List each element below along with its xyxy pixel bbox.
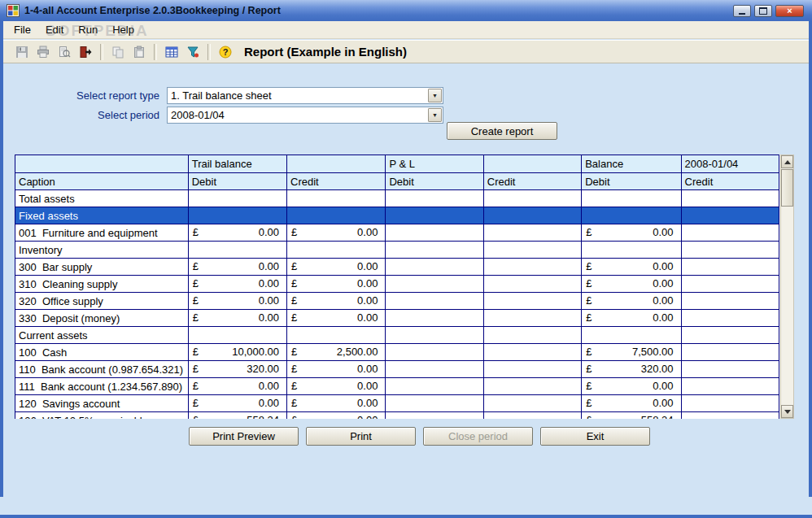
print-icon: [33, 41, 54, 63]
amount-cell: [483, 242, 581, 259]
amount-cell: [386, 310, 483, 327]
amount-cell: £0.00: [582, 276, 681, 293]
column-header: Credit: [681, 173, 779, 190]
chevron-down-icon[interactable]: ▼: [428, 89, 442, 102]
amount-cell: £7,500.00: [582, 344, 681, 361]
amount-cell: £0.00: [188, 276, 286, 293]
table-row[interactable]: 001 Furniture and equipment£0.00£0.00£0.…: [15, 224, 779, 242]
window-border-left: [0, 0, 3, 497]
column-header: Credit: [287, 173, 386, 190]
period-value: 2008-01/04: [168, 109, 225, 121]
amount-cell: [386, 293, 483, 310]
amount-cell: £0.00: [582, 395, 681, 412]
group-header: 2008-01/04: [681, 155, 779, 173]
table-row[interactable]: Fixed assets: [15, 207, 779, 224]
scrollbar-thumb[interactable]: [781, 169, 793, 207]
amount-cell: £0.00: [582, 293, 681, 310]
table-row[interactable]: 120 Savings account£0.00£0.00£0.00: [15, 395, 779, 412]
row-caption: Inventory: [15, 242, 189, 259]
amount-cell: [483, 395, 581, 412]
menu-help[interactable]: Help: [105, 21, 142, 38]
amount-cell: [386, 207, 483, 224]
filter-icon[interactable]: [182, 41, 203, 63]
exit-button[interactable]: Exit: [540, 427, 650, 446]
toolbar-separator: [207, 44, 211, 60]
close-button[interactable]: ×: [775, 5, 804, 17]
amount-cell: [287, 242, 386, 259]
amount-cell: [483, 259, 581, 276]
period-select[interactable]: 2008-01/04 ▼: [167, 107, 443, 124]
amount-cell: [386, 395, 483, 412]
row-caption: Total assets: [15, 190, 189, 207]
row-caption: 001 Furniture and equipment: [15, 224, 189, 242]
table-row[interactable]: 100 Cash£10,000.00£2,500.00£7,500.00: [15, 344, 779, 361]
column-header: Debit: [188, 173, 286, 190]
amount-cell: £0.00: [287, 310, 386, 327]
amount-cell: [188, 190, 286, 207]
amount-cell: [582, 327, 681, 344]
row-caption: 136 VAT 12.5% receivable: [15, 412, 189, 420]
scroll-down-icon[interactable]: [781, 405, 793, 418]
help-icon[interactable]: ?: [215, 41, 236, 63]
report-type-select[interactable]: 1. Trail balance sheet ▼: [167, 87, 443, 104]
table-row[interactable]: 136 VAT 12.5% receivable£558.34£0.00£558…: [15, 412, 779, 420]
table-row[interactable]: 320 Office supply£0.00£0.00£0.00: [15, 293, 779, 310]
print-preview-button[interactable]: Print Preview: [189, 427, 299, 446]
amount-cell: [188, 327, 286, 344]
accounts-table-icon[interactable]: [161, 41, 182, 63]
amount-cell: [483, 327, 581, 344]
amount-cell: [681, 395, 779, 412]
scroll-up-icon[interactable]: [781, 155, 793, 168]
print-button[interactable]: Print: [306, 427, 416, 446]
amount-cell: [386, 378, 483, 395]
table-row[interactable]: 110 Bank account (0.987.654.321)£320.00£…: [15, 361, 779, 378]
amount-cell: [483, 412, 581, 420]
menu-file[interactable]: File: [7, 21, 38, 38]
amount-cell: [681, 327, 779, 344]
amount-cell: £558.34: [188, 412, 286, 420]
chevron-down-icon[interactable]: ▼: [428, 108, 442, 122]
window-title: 1-4-all Account Enterprise 2.0.3Bookkeep…: [24, 5, 281, 16]
minimize-button[interactable]: [733, 5, 751, 17]
table-row[interactable]: Total assets: [15, 190, 779, 207]
amount-cell: £10,000.00: [188, 344, 286, 361]
amount-cell: £0.00: [188, 378, 286, 395]
table-row[interactable]: 330 Deposit (money)£0.00£0.00£0.00: [15, 310, 779, 327]
table-row[interactable]: 310 Cleaning supply£0.00£0.00£0.00: [15, 276, 779, 293]
grid-body: Total assetsFixed assets001 Furniture an…: [15, 190, 779, 420]
amount-cell: [287, 207, 386, 224]
amount-cell: [483, 344, 581, 361]
amount-cell: [386, 344, 483, 361]
row-caption: 320 Office supply: [15, 293, 189, 310]
row-caption: 330 Deposit (money): [15, 310, 189, 327]
copy-icon: [107, 41, 129, 63]
row-caption: 100 Cash: [15, 344, 189, 361]
maximize-button[interactable]: [754, 5, 772, 17]
amount-cell: [681, 344, 779, 361]
paste-icon: [129, 41, 150, 63]
row-caption: Current assets: [15, 327, 189, 344]
amount-cell: [386, 276, 483, 293]
grid-vscrollbar[interactable]: [780, 155, 794, 419]
create-report-button[interactable]: Create report: [447, 122, 557, 140]
amount-cell: [681, 207, 779, 224]
exit-icon[interactable]: [75, 41, 96, 63]
group-header: [15, 155, 189, 173]
amount-cell: [681, 361, 779, 378]
row-caption: 300 Bar supply: [15, 259, 189, 276]
amount-cell: £0.00: [188, 259, 286, 276]
table-row[interactable]: 300 Bar supply£0.00£0.00£0.00: [15, 259, 779, 276]
app-icon: [7, 4, 20, 17]
period-label: Select period: [15, 107, 159, 124]
table-row[interactable]: 111 Bank account (1.234.567.890)£0.00£0.…: [15, 378, 779, 395]
table-row[interactable]: Current assets: [15, 327, 779, 344]
window-border-right: [809, 0, 812, 497]
amount-cell: [188, 242, 286, 259]
menu-run[interactable]: Run: [71, 21, 105, 38]
report-grid: Trail balanceP & LBalance2008-01/04Capti…: [15, 155, 780, 419]
group-header: Trail balance: [188, 155, 286, 173]
report-type-label: Select report type: [15, 87, 159, 104]
menu-edit[interactable]: Edit: [38, 21, 71, 38]
close-period-button: Close period: [423, 427, 533, 446]
table-row[interactable]: Inventory: [15, 242, 779, 259]
